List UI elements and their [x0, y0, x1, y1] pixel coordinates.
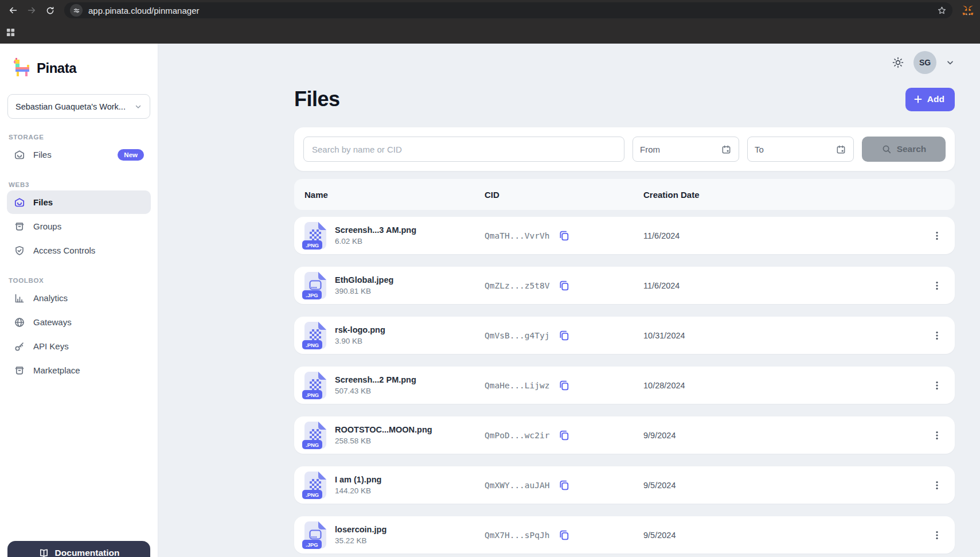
file-creation-date: 9/5/2024: [643, 481, 928, 490]
file-creation-date: 11/6/2024: [643, 231, 928, 240]
sidebar-item-api-keys[interactable]: API Keys: [7, 334, 151, 358]
file-size: 258.58 KB: [335, 437, 432, 445]
row-menu-kebab-icon[interactable]: [930, 228, 944, 243]
row-menu-kebab-icon[interactable]: [930, 378, 944, 393]
bookmark-star-icon[interactable]: [937, 6, 947, 15]
file-size: 3.90 KB: [335, 337, 385, 345]
date-from-input[interactable]: From: [632, 137, 739, 162]
sidebar-item-gateways[interactable]: Gateways: [7, 310, 151, 334]
sidebar-item-files-web3[interactable]: Files: [7, 190, 151, 214]
file-size: 390.81 KB: [335, 287, 393, 295]
marketplace-icon: [14, 365, 25, 376]
copy-cid-icon[interactable]: [558, 479, 570, 491]
file-type-icon: .JPG: [304, 521, 326, 548]
file-cid: QmXWY...auJAH: [485, 481, 550, 490]
date-to-input[interactable]: To: [747, 137, 854, 162]
sidebar-item-label: Groups: [33, 221, 61, 231]
files-icon: [14, 197, 25, 208]
file-extension-badge: .PNG: [302, 440, 322, 449]
shield-check-icon: [14, 245, 25, 256]
browser-toolbar: app.pinata.cloud/pinmanager: [0, 0, 980, 21]
forward-icon[interactable]: [24, 3, 39, 18]
page-title: Files: [294, 87, 340, 111]
copy-cid-icon[interactable]: [558, 229, 570, 242]
file-size: 507.43 KB: [335, 387, 416, 395]
file-cid-cell: QmPoD...wc2ir: [485, 429, 643, 441]
avatar[interactable]: SG: [913, 51, 936, 74]
globe-icon: [14, 317, 25, 328]
sidebar-item-files-storage[interactable]: Files New: [7, 143, 151, 166]
file-size: 6.02 KB: [335, 237, 416, 246]
copy-cid-icon[interactable]: [558, 379, 570, 391]
new-badge: New: [118, 149, 144, 161]
file-name-cell: .JPG losercoin.jpg 35.22 KB: [304, 521, 485, 548]
copy-cid-icon[interactable]: [558, 529, 570, 541]
table-row[interactable]: .PNG ROOTSTOC...MOON.png 258.58 KB QmPoD…: [294, 416, 955, 454]
theme-toggle-sun-icon[interactable]: [892, 56, 904, 69]
key-icon: [14, 341, 25, 352]
copy-cid-icon[interactable]: [558, 429, 570, 441]
apps-grid-icon[interactable]: [6, 28, 15, 37]
page-head: Files Add: [294, 87, 955, 111]
file-cid-cell: QmX7H...sPqJh: [485, 529, 643, 541]
sidebar-item-access-controls[interactable]: Access Controls: [7, 239, 151, 262]
table-row[interactable]: .PNG Screensh...3 AM.png 6.02 KB QmaTH..…: [294, 217, 955, 254]
account-chevron-down-icon[interactable]: [946, 58, 955, 67]
row-menu-kebab-icon[interactable]: [930, 328, 944, 343]
table-header: Name CID Creation Date: [294, 179, 955, 210]
sidebar-item-marketplace[interactable]: Marketplace: [7, 359, 151, 382]
brand-wordmark: Pinata: [37, 60, 76, 76]
calendar-icon: [721, 144, 732, 155]
file-extension-badge: .PNG: [302, 490, 322, 499]
search-button[interactable]: Search: [862, 137, 946, 162]
copy-cid-icon[interactable]: [558, 329, 570, 341]
column-header-creation-date: Creation Date: [643, 190, 928, 200]
file-type-icon: .PNG: [304, 472, 326, 498]
file-type-icon: .JPG: [304, 272, 326, 299]
file-size: 35.22 KB: [335, 536, 386, 545]
row-menu-kebab-icon[interactable]: [930, 428, 944, 443]
search-input[interactable]: [303, 137, 624, 162]
table-row[interactable]: .PNG I am (1).png 144.20 KB QmXWY...auJA…: [294, 466, 955, 504]
workspace-selector[interactable]: Sebastian Guaqueta's Work...: [7, 94, 150, 119]
table-row[interactable]: .JPG losercoin.jpg 35.22 KB QmX7H...sPqJ…: [294, 516, 955, 554]
sidebar-item-label: Files: [33, 150, 52, 159]
sidebar-item-label: Files: [33, 197, 53, 207]
row-menu-kebab-icon[interactable]: [930, 278, 944, 293]
url-text[interactable]: app.pinata.cloud/pinmanager: [88, 6, 931, 15]
site-settings-icon[interactable]: [70, 4, 83, 17]
search-button-label: Search: [897, 144, 927, 154]
file-extension-badge: .PNG: [302, 390, 322, 399]
reload-icon[interactable]: [42, 3, 57, 18]
sidebar-item-analytics[interactable]: Analytics: [7, 286, 151, 310]
workspace-name: Sebastian Guaqueta's Work...: [15, 102, 126, 111]
url-bar[interactable]: app.pinata.cloud/pinmanager: [64, 2, 952, 18]
row-menu-kebab-icon[interactable]: [930, 478, 944, 493]
sidebar-item-groups[interactable]: Groups: [7, 215, 151, 238]
row-menu-kebab-icon[interactable]: [930, 528, 944, 543]
file-extension-badge: .JPG: [302, 290, 322, 299]
date-from-placeholder: From: [640, 145, 660, 154]
file-cid: QmX7H...sPqJh: [485, 531, 550, 540]
table-row[interactable]: .PNG Screensh...2 PM.png 507.43 KB QmaHe…: [294, 367, 955, 404]
file-size: 144.20 KB: [335, 486, 381, 495]
file-cid: QmaHe...Lijwz: [485, 381, 550, 390]
file-cid: QmaTH...VvrVh: [485, 231, 550, 240]
sidebar-item-label: Analytics: [33, 293, 68, 303]
file-type-icon: .PNG: [304, 372, 326, 399]
sidebar-item-label: API Keys: [33, 341, 69, 351]
sidebar: Pinata Sebastian Guaqueta's Work... STOR…: [0, 44, 158, 557]
back-icon[interactable]: [6, 3, 21, 18]
file-cid-cell: QmaHe...Lijwz: [485, 379, 643, 391]
metamask-extension-icon[interactable]: [962, 4, 974, 17]
file-creation-date: 9/5/2024: [643, 531, 928, 540]
file-cid-cell: QmZLz...z5t8V: [485, 279, 643, 291]
add-button[interactable]: Add: [905, 88, 955, 111]
documentation-button[interactable]: Documentation: [7, 541, 150, 557]
browser-chrome: app.pinata.cloud/pinmanager: [0, 0, 980, 44]
table-row[interactable]: .JPG EthGlobal.jpeg 390.81 KB QmZLz...z5…: [294, 267, 955, 304]
file-extension-badge: .PNG: [302, 340, 322, 349]
sidebar-item-label: Marketplace: [33, 365, 80, 375]
copy-cid-icon[interactable]: [558, 279, 570, 291]
table-row[interactable]: .PNG rsk-logo.png 3.90 KB QmVsB...g4Tyj …: [294, 317, 955, 354]
